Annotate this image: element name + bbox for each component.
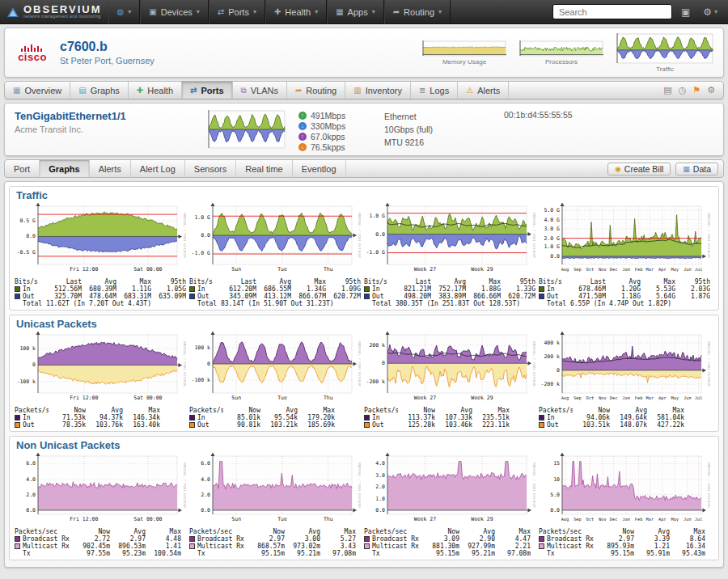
subtab-eventlog[interactable]: Eventlog bbox=[293, 160, 346, 177]
legend-cell: Out bbox=[364, 293, 396, 300]
svg-text:Sep: Sep bbox=[574, 517, 582, 522]
svg-text:Week 29: Week 29 bbox=[471, 516, 493, 522]
svg-text:4.0 G: 4.0 G bbox=[544, 217, 560, 223]
subtab-real-time[interactable]: Real time bbox=[236, 160, 292, 177]
clock-icon[interactable]: ◷ bbox=[679, 85, 687, 95]
graph-non-unicast-packets-month[interactable]: 4.03.02.01.00.0Week 27Week 29RRDTOOL / T… bbox=[364, 453, 539, 557]
tab-inventory[interactable]: ▥ Inventory bbox=[345, 82, 411, 99]
svg-text:-1.0 G: -1.0 G bbox=[192, 250, 211, 256]
routing-icon: ➦ bbox=[393, 7, 400, 16]
svg-text:Thu: Thu bbox=[324, 516, 333, 522]
nav-menu-routing[interactable]: ➦ Routing ▾ bbox=[384, 0, 451, 24]
processors-minigraph-block[interactable]: Processors bbox=[519, 40, 603, 66]
svg-text:6.0: 6.0 bbox=[26, 460, 36, 467]
legend-cell: Broadcast Rx bbox=[364, 535, 424, 543]
legend-cell: 223.11k bbox=[472, 421, 510, 429]
svg-text:RRDTOOL / TOBI OETIKER: RRDTOOL / TOBI OETIKER bbox=[358, 213, 362, 258]
tab-ports[interactable]: ⇄ Ports bbox=[182, 82, 233, 99]
section-title: Traffic bbox=[16, 189, 713, 201]
memory-minigraph[interactable] bbox=[422, 40, 506, 57]
settings-menu[interactable]: ⚙ ▾ bbox=[699, 5, 722, 19]
tab-vlans[interactable]: ⧉ VLANs bbox=[233, 82, 287, 99]
legend-cell: 1.11G bbox=[116, 285, 151, 293]
gear-icon: ⚙ bbox=[703, 6, 712, 18]
traffic-minigraph-block[interactable]: Traffic bbox=[616, 33, 713, 73]
port-name[interactable]: TenGigabitEthernet1/1 bbox=[15, 110, 205, 122]
legend-swatch bbox=[364, 294, 370, 299]
gear-icon[interactable]: ⚙ bbox=[707, 85, 715, 95]
legend-cell: 95th bbox=[151, 278, 186, 285]
traffic-minigraph[interactable] bbox=[616, 33, 713, 64]
legend-cell: 95.21m bbox=[459, 550, 495, 557]
nav-menu-global[interactable]: ◍ ▾ bbox=[108, 0, 141, 24]
search-input[interactable] bbox=[552, 4, 672, 19]
graph-non-unicast-packets-year[interactable]: 15105.00.0AugSepOctNovDecJanFebMarAprMay… bbox=[539, 453, 713, 557]
legend-cell: 95.43m bbox=[670, 550, 705, 557]
graph-traffic-month[interactable]: 1.0 G0.0-1.0 GWeek 27Week 29RRDTOOL / TO… bbox=[364, 203, 539, 307]
graph-non-unicast-packets-day[interactable]: 6.04.02.00.0Fri 12:00Sat 00:00RRDTOOL / … bbox=[15, 453, 189, 557]
device-location[interactable]: St Peter Port, Guernsey bbox=[60, 56, 154, 66]
legend-cell: Bits/s bbox=[364, 278, 396, 285]
display-icon[interactable]: ▣ bbox=[677, 5, 694, 19]
flag-icon[interactable]: ⚑ bbox=[692, 85, 700, 95]
legend-cell: 1.34G bbox=[291, 285, 326, 293]
legend-cell: 927.99m bbox=[459, 543, 495, 550]
create-bill-button[interactable]: ◉ Create Bill bbox=[607, 163, 671, 175]
subtab-alerts[interactable]: Alerts bbox=[90, 160, 131, 177]
processors-minigraph[interactable] bbox=[519, 40, 603, 57]
tab-routing[interactable]: ➦ Routing bbox=[287, 82, 345, 99]
legend-cell: 149.64k bbox=[610, 414, 647, 421]
tab-alerts[interactable]: ⚠ Alerts bbox=[458, 82, 509, 99]
tab-graphs[interactable]: ▤ Graphs bbox=[70, 82, 129, 99]
tab-logs[interactable]: ≣ Logs bbox=[411, 82, 458, 99]
svg-text:5.0 G: 5.0 G bbox=[544, 207, 560, 213]
rrd-graph-image: 200 k0-200 kWeek 27Week 29RRDTOOL / TOBI… bbox=[364, 332, 535, 404]
subtab-alert-log[interactable]: Alert Log bbox=[131, 160, 185, 177]
legend-swatch bbox=[189, 294, 195, 299]
legend-cell: 4.47 bbox=[495, 535, 531, 543]
graph-unicast-packets-month[interactable]: 200 k0-200 kWeek 27Week 29RRDTOOL / TOBI… bbox=[364, 332, 539, 429]
legend-cell: Packets/s bbox=[364, 407, 398, 414]
subtab-graphs[interactable]: Graphs bbox=[40, 160, 90, 177]
nav-menu-ports[interactable]: ⇄ Ports ▾ bbox=[209, 0, 265, 24]
legend-cell: 95.15m bbox=[249, 550, 285, 557]
svg-text:Sep: Sep bbox=[574, 267, 582, 273]
svg-text:Jan: Jan bbox=[622, 395, 630, 400]
legend-cell: Tx bbox=[364, 550, 424, 557]
subtab-port[interactable]: Port bbox=[5, 160, 40, 177]
legend-cell: 235.51k bbox=[472, 414, 510, 421]
data-button[interactable]: ▦ Data bbox=[675, 163, 718, 175]
vlans-icon: ⧉ bbox=[241, 86, 247, 95]
nav-menu-devices[interactable]: ▣ Devices ▾ bbox=[140, 0, 209, 24]
legend-cell: 3.43 bbox=[320, 543, 356, 550]
legend-cell: In bbox=[189, 285, 222, 293]
legend-cell: 2.90 bbox=[459, 535, 495, 543]
graph-unicast-packets-week[interactable]: 100 k0-100 kSunTueThuRRDTOOL / TOBI OETI… bbox=[189, 332, 364, 429]
subtab-sensors[interactable]: Sensors bbox=[185, 160, 236, 177]
port-speed: 10Gbps (full) bbox=[384, 123, 473, 136]
observium-logo[interactable]: OBSERVIUM network management and monitor… bbox=[6, 5, 102, 19]
graph-traffic-day[interactable]: 0.5 G0.0-0.5 GFri 12:00Sat 00:00RRDTOOL … bbox=[15, 203, 189, 307]
graph-unicast-packets-day[interactable]: 100 k0-100 kFri 12:00Sat 00:00RRDTOOL / … bbox=[15, 332, 189, 429]
svg-text:Apr: Apr bbox=[658, 395, 667, 401]
graph-unicast-packets-year[interactable]: 400 k200 k0-200 kAugSepOctNovDecJanFebMa… bbox=[539, 332, 713, 429]
svg-text:-200 k: -200 k bbox=[541, 381, 561, 387]
port-traffic-thumbnail[interactable] bbox=[208, 110, 286, 149]
tab-health[interactable]: ✚ Health bbox=[129, 82, 182, 99]
svg-text:4.0: 4.0 bbox=[375, 460, 385, 467]
tab-overview[interactable]: ▦ Overview bbox=[5, 82, 70, 99]
rrd-graph-image: 4.03.02.01.00.0Week 27Week 29RRDTOOL / T… bbox=[364, 453, 535, 526]
device-name[interactable]: c7600.b bbox=[60, 40, 154, 54]
legend-cell: 683.31M bbox=[116, 293, 151, 300]
nav-menu-health[interactable]: ✚ Health ▾ bbox=[265, 0, 327, 24]
minigraph-label: Traffic bbox=[656, 66, 674, 73]
memory-minigraph-block[interactable]: Memory Usage bbox=[422, 40, 506, 66]
nav-menu-apps[interactable]: ▦ Apps ▾ bbox=[327, 0, 384, 24]
graph-traffic-week[interactable]: 1.0 G0.0-1.0 GSunTueThuRRDTOOL / TOBI OE… bbox=[189, 203, 364, 307]
legend-cell: Out bbox=[539, 421, 573, 429]
graph-non-unicast-packets-week[interactable]: 6.04.02.00.0SunTueThuRRDTOOL / TOBI OETI… bbox=[189, 453, 364, 557]
graph-traffic-year[interactable]: 5.0 G4.0 G3.0 G2.0 G1.0 G0.0AugSepOctNov… bbox=[539, 203, 713, 307]
legend-cell: 5.64G bbox=[641, 293, 675, 300]
svg-text:RRDTOOL / TOBI OETIKER: RRDTOOL / TOBI OETIKER bbox=[183, 213, 187, 258]
table-icon[interactable]: ▤ bbox=[663, 85, 671, 95]
